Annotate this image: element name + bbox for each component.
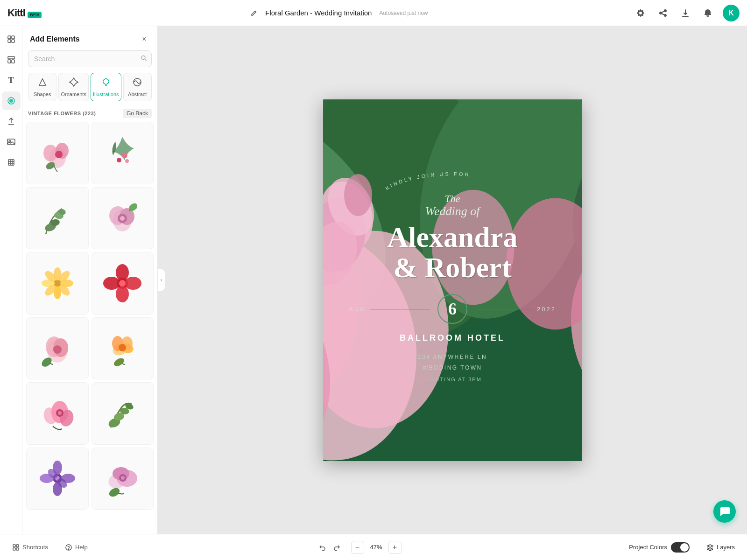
undo-button[interactable] <box>316 541 329 554</box>
cat-tab-illustrations-label: Illustrations <box>93 91 119 97</box>
date-day: 6 <box>448 299 457 319</box>
svg-point-7 <box>9 99 13 103</box>
cat-tab-abstract[interactable]: Abstract <box>123 73 152 101</box>
element-item[interactable] <box>26 317 89 380</box>
element-item[interactable] <box>26 252 89 315</box>
svg-point-52 <box>116 286 129 302</box>
main-content: T <box>0 26 747 534</box>
address-line1: 234 ANYWHERE LN <box>400 351 505 363</box>
svg-rect-9 <box>7 139 15 145</box>
edit-title-button[interactable] <box>247 6 261 21</box>
notifications-button[interactable] <box>700 6 715 21</box>
rail-grid-button[interactable] <box>2 153 21 172</box>
redo-button[interactable] <box>331 541 344 554</box>
color-toggle[interactable] <box>671 542 690 553</box>
download-button[interactable] <box>678 6 693 21</box>
settings-button[interactable] <box>633 6 648 21</box>
element-item[interactable] <box>92 252 154 315</box>
svg-point-118 <box>68 549 69 549</box>
svg-point-71 <box>58 411 62 415</box>
svg-rect-6 <box>12 60 14 63</box>
topbar-center: Floral Garden - Wedding Invitation Autos… <box>247 6 428 21</box>
svg-rect-115 <box>13 548 15 550</box>
chat-bubble-button[interactable] <box>713 500 736 523</box>
names-line1: Alexandra <box>373 222 532 252</box>
svg-point-59 <box>53 345 62 354</box>
svg-rect-0 <box>8 36 11 39</box>
element-item[interactable] <box>26 187 89 250</box>
element-item[interactable] <box>26 448 89 510</box>
svg-rect-113 <box>13 545 15 547</box>
rail-photos-button[interactable] <box>2 133 21 151</box>
logo[interactable]: Kittl BETA <box>7 7 42 19</box>
svg-rect-116 <box>16 548 19 550</box>
user-avatar[interactable]: K <box>723 5 740 21</box>
go-back-button[interactable]: Go Back <box>123 109 152 118</box>
beta-badge: BETA <box>28 12 42 18</box>
svg-point-27 <box>117 158 121 162</box>
address-line2: WEDDING TOWN <box>400 364 505 372</box>
layers-button[interactable]: Layers <box>702 541 740 554</box>
svg-point-24 <box>55 151 63 158</box>
project-colors-button[interactable]: Project Colors <box>624 539 694 555</box>
undo-redo-group <box>316 541 344 554</box>
panel-close-button[interactable]: × <box>139 34 150 45</box>
starting-time: STARTING AT 3PM <box>400 377 505 382</box>
the-text: The <box>373 193 532 205</box>
topbar-left: Kittl BETA <box>7 7 42 19</box>
rail-elements-button[interactable] <box>2 91 21 110</box>
bottom-center: − 47% + <box>316 541 402 554</box>
svg-point-22 <box>43 145 57 161</box>
svg-rect-2 <box>8 40 11 42</box>
zoom-in-button[interactable]: + <box>388 541 402 554</box>
element-item[interactable] <box>26 122 89 184</box>
color-toggle-thumb <box>680 543 689 552</box>
help-label: Help <box>75 544 88 551</box>
project-title: Floral Garden - Wedding Invitation <box>265 9 372 17</box>
collapse-panel-handle[interactable]: › <box>158 269 165 291</box>
element-item[interactable] <box>92 448 154 510</box>
element-item[interactable] <box>92 122 154 184</box>
topbar-right: K <box>633 5 740 21</box>
svg-point-66 <box>113 357 126 368</box>
icon-rail: T <box>0 26 22 534</box>
svg-point-55 <box>119 280 126 287</box>
names-line2: & Robert <box>373 252 532 283</box>
cat-tab-shapes[interactable]: Shapes <box>28 73 56 101</box>
wedding-of-text: Wedding of <box>373 204 532 218</box>
cat-tab-shapes-label: Shapes <box>34 91 51 97</box>
rail-upload-button[interactable] <box>2 112 21 131</box>
element-item[interactable] <box>26 382 89 445</box>
rail-text-button[interactable]: T <box>2 71 21 90</box>
zoom-out-button[interactable]: − <box>351 541 364 554</box>
abstract-icon <box>132 77 142 90</box>
ornaments-icon <box>69 77 79 90</box>
panel-header: Add Elements × <box>22 26 157 50</box>
svg-point-26 <box>122 153 127 158</box>
zoom-value: 47% <box>368 544 385 551</box>
section-header: VINTAGE FLOWERS (223) Go Back <box>22 107 157 122</box>
layers-label: Layers <box>717 544 735 551</box>
svg-rect-3 <box>12 40 14 42</box>
kindly-join-text: KINDLY JOIN US FOR <box>373 165 532 193</box>
element-item[interactable] <box>92 382 154 445</box>
element-item[interactable] <box>92 187 154 250</box>
cat-tab-ornaments[interactable]: Ornaments <box>58 73 88 101</box>
share-button[interactable] <box>655 6 670 21</box>
invitation-card: KINDLY JOIN US FOR The Wedding of Alexan… <box>323 99 582 461</box>
help-button[interactable]: Help <box>60 541 92 554</box>
venue-section: BALLROOM HOTEL 234 ANYWHERE LN WEDDING T… <box>400 333 505 382</box>
bottom-bar: Shortcuts Help <box>0 534 747 560</box>
shortcuts-button[interactable]: Shortcuts <box>7 541 53 554</box>
cat-tab-ornaments-label: Ornaments <box>61 91 86 97</box>
rail-layout-button[interactable] <box>2 50 21 69</box>
svg-rect-5 <box>8 60 11 63</box>
rail-edit-button[interactable] <box>2 30 21 49</box>
svg-text:KINDLY JOIN US FOR: KINDLY JOIN US FOR <box>384 171 471 191</box>
element-item[interactable] <box>92 317 154 380</box>
svg-rect-4 <box>8 56 14 59</box>
bottom-left: Shortcuts Help <box>7 541 92 554</box>
search-input[interactable] <box>28 50 152 67</box>
cat-tab-illustrations[interactable]: Illustrations <box>91 73 121 101</box>
svg-point-88 <box>121 476 125 480</box>
